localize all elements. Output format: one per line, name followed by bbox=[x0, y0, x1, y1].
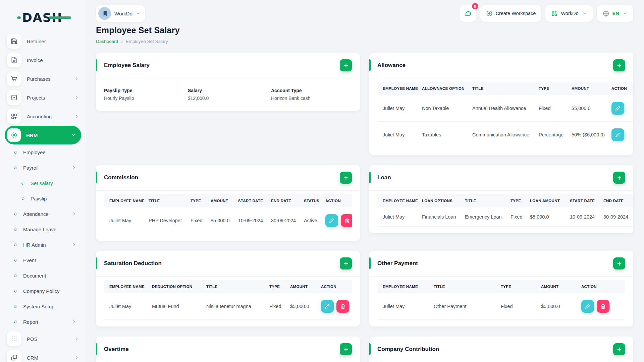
table-header-row: Employee Name Title Type Amount Action bbox=[377, 280, 625, 293]
column-header: Action bbox=[609, 82, 633, 95]
edit-button[interactable] bbox=[611, 102, 624, 115]
add-overtime-button[interactable] bbox=[340, 343, 352, 355]
column-header: Start Date bbox=[235, 194, 268, 207]
add-employee-salary-button[interactable] bbox=[340, 59, 352, 71]
column-header: Type bbox=[508, 194, 527, 207]
other-payment-table: Employee Name Title Type Amount Action J… bbox=[377, 280, 625, 320]
add-saturation-deduction-button[interactable] bbox=[340, 257, 352, 269]
card-title: Other Payment bbox=[377, 260, 418, 267]
edit-button[interactable] bbox=[611, 128, 624, 141]
card-allowance: Allowance Employee Name Allownace Option… bbox=[369, 53, 633, 155]
sidebar-item-company-policy[interactable]: Company Policy bbox=[0, 283, 86, 299]
pencil-icon bbox=[615, 106, 621, 111]
sidebar-item-pos[interactable]: POS bbox=[0, 329, 86, 348]
sidebar-item-purchases[interactable]: Purchases bbox=[0, 69, 86, 88]
column-header: Type bbox=[267, 280, 287, 293]
sidebar-item-attendance[interactable]: Attendance bbox=[0, 206, 86, 222]
cell-employee-name: Juliet May bbox=[377, 207, 419, 227]
bullet-icon bbox=[13, 289, 18, 293]
sidebar-item-event[interactable]: Event bbox=[0, 252, 86, 268]
add-commission-button[interactable] bbox=[340, 172, 352, 184]
topbar: WorkDo 0 Create Workspace bbox=[86, 0, 644, 23]
apps-menu-label: WorkDo bbox=[561, 11, 578, 16]
breadcrumb: Dashboard › Employee Set Salary bbox=[96, 39, 633, 44]
add-allowance-button[interactable] bbox=[613, 59, 625, 71]
chevron-right-icon bbox=[72, 242, 76, 247]
edit-button[interactable] bbox=[325, 214, 338, 227]
employee-salary-fields: Payslip Type Hourly Payslip Salary $12,0… bbox=[96, 78, 360, 111]
table-row: Juliet May PHP Developer Fixed $5,000.0 … bbox=[104, 207, 352, 234]
column-header: Allownace Option bbox=[419, 82, 470, 95]
page-title: Employee Set Salary bbox=[96, 25, 633, 35]
bullet-icon bbox=[21, 196, 25, 201]
chevron-right-icon bbox=[74, 337, 79, 341]
sidebar-item-crm[interactable]: CRM bbox=[0, 348, 86, 362]
sidebar-item-invoice[interactable]: Invoice bbox=[0, 51, 86, 69]
cell-loan-option: Financials Loan bbox=[419, 207, 462, 227]
card-saturation-deduction: Saturation Deduction Employee Name Deduc… bbox=[96, 251, 360, 326]
add-loan-button[interactable] bbox=[613, 172, 625, 184]
field-salary: Salary $12,000.0 bbox=[188, 88, 271, 101]
column-header: End Date bbox=[601, 194, 633, 207]
add-other-payment-button[interactable] bbox=[613, 257, 625, 269]
add-company-contribution-button[interactable] bbox=[613, 343, 625, 355]
grid-plus-icon bbox=[7, 109, 21, 124]
bullet-icon bbox=[13, 243, 18, 247]
sidebar-item-retainer[interactable]: Retainer bbox=[0, 32, 86, 51]
sidebar-item-report[interactable]: Report bbox=[0, 314, 86, 329]
tasks-icon bbox=[7, 90, 21, 105]
workdo-apps-button[interactable]: WorkDo bbox=[545, 5, 592, 22]
cell-title: Other Payment bbox=[431, 293, 498, 320]
bullet-icon bbox=[13, 304, 18, 309]
cell-start-date: 10-09-2024 bbox=[567, 207, 601, 227]
delete-button[interactable] bbox=[341, 214, 352, 227]
sidebar-item-accounting[interactable]: Accounting bbox=[0, 107, 86, 126]
plus-circle-icon bbox=[486, 10, 493, 17]
sidebar-item-payroll[interactable]: Payroll bbox=[0, 160, 86, 175]
field-value: Hourly Payslip bbox=[104, 96, 188, 101]
workspace-selector[interactable]: WorkDo bbox=[96, 5, 145, 22]
sidebar-item-hr-admin[interactable]: HR Admin bbox=[0, 237, 86, 252]
language-selector[interactable]: EN bbox=[597, 5, 633, 22]
sidebar-item-manage-leave[interactable]: Manage Leave bbox=[0, 222, 86, 237]
bullet-icon bbox=[13, 258, 18, 262]
delete-button[interactable] bbox=[597, 300, 609, 313]
sidebar-item-label: Event bbox=[23, 257, 36, 263]
sidebar-item-label: Retainer bbox=[27, 39, 46, 44]
sidebar-item-payslip[interactable]: Payslip bbox=[0, 191, 86, 206]
create-workspace-button[interactable]: Create Workspace bbox=[480, 5, 542, 22]
allowance-table: Employee Name Allownace Option Title Typ… bbox=[377, 82, 633, 148]
sidebar-item-label: System Setup bbox=[23, 304, 54, 309]
edit-button[interactable] bbox=[581, 300, 594, 313]
card-title: Loan bbox=[377, 174, 391, 181]
app-root: DASH Retainer Invoice Purchases bbox=[0, 0, 644, 362]
sidebar-item-hrm[interactable]: HRM bbox=[5, 126, 81, 144]
sidebar-item-employee[interactable]: Employee bbox=[0, 144, 86, 160]
column-header: Action bbox=[323, 194, 352, 207]
crm-icon bbox=[7, 350, 21, 362]
breadcrumb-dashboard-link[interactable]: Dashboard bbox=[96, 39, 118, 44]
sidebar-item-projects[interactable]: Projects bbox=[0, 88, 86, 107]
sidebar-item-label: CRM bbox=[27, 355, 38, 361]
card-title: Company Contribution bbox=[377, 346, 439, 353]
messages-button[interactable]: 0 bbox=[460, 5, 476, 22]
cell-end-date: 30-09-2024 bbox=[268, 207, 301, 234]
edit-button[interactable] bbox=[321, 300, 334, 313]
sidebar-item-set-salary[interactable]: Set salary bbox=[0, 175, 86, 191]
cell-amount: 50% ($6,000.0) bbox=[569, 122, 609, 148]
sidebar-item-system-setup[interactable]: System Setup bbox=[0, 299, 86, 314]
cell-type: Fixed bbox=[508, 207, 527, 227]
saturation-deduction-table: Employee Name Deduction Option Title Typ… bbox=[104, 280, 352, 320]
column-header: Loan Amount bbox=[527, 194, 567, 207]
delete-button[interactable] bbox=[336, 300, 349, 313]
card-overtime: Overtime bbox=[96, 337, 360, 362]
column-header: Amount bbox=[569, 82, 609, 95]
main-area: WorkDo 0 Create Workspace bbox=[86, 0, 644, 362]
cell-title: Annual Health Allowance bbox=[470, 95, 536, 122]
field-label: Account Type bbox=[271, 88, 352, 93]
app-logo[interactable]: DASH bbox=[0, 5, 86, 30]
card-accent-bar bbox=[369, 343, 371, 355]
card-commission: Commission Employee Name Title Type Amou… bbox=[96, 165, 360, 241]
pencil-icon bbox=[585, 304, 590, 309]
sidebar-item-document[interactable]: Document bbox=[0, 268, 86, 283]
